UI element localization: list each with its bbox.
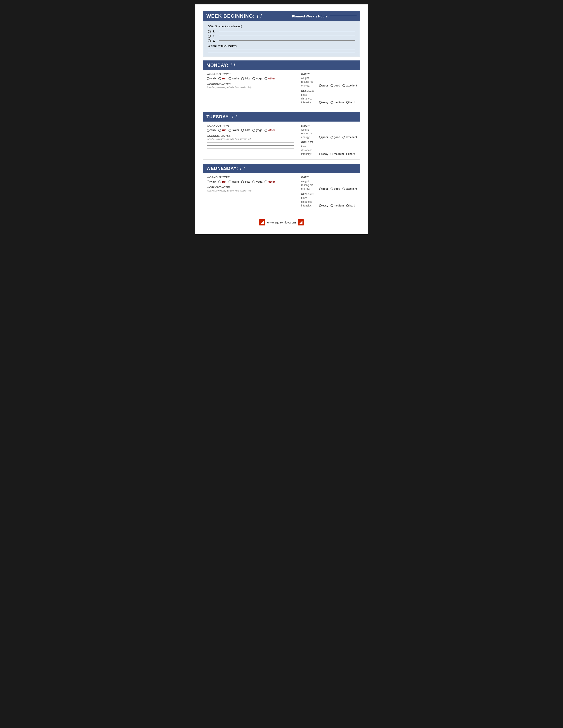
wednesday-yoga-label: yoga <box>256 180 262 183</box>
goal-circle-1[interactable] <box>208 30 211 33</box>
tuesday-other-circle[interactable] <box>264 129 267 132</box>
wednesday-type-walk[interactable]: walk <box>207 180 216 183</box>
monday-type-other[interactable]: other <box>264 77 275 80</box>
monday-intensity-easy[interactable]: easy <box>319 101 328 104</box>
monday-type-run[interactable]: run <box>218 77 226 80</box>
monday-type-walk[interactable]: walk <box>207 77 216 80</box>
goal-circle-2[interactable] <box>208 35 211 38</box>
wednesday-energy-options: poor good excellent <box>319 187 357 190</box>
tuesday-notes-label: WORKOUT NOTES: <box>207 134 294 137</box>
tuesday-walk-circle[interactable] <box>207 129 209 132</box>
wednesday-energy-good-circle[interactable] <box>331 188 333 190</box>
wednesday-type-yoga[interactable]: yoga <box>252 180 262 183</box>
wednesday-energy-poor[interactable]: poor <box>319 187 328 190</box>
tuesday-energy-poor-circle[interactable] <box>319 136 322 139</box>
wednesday-energy-excellent-circle[interactable] <box>343 188 345 190</box>
monday-left: WORKOUT TYPE: walk run swim <box>203 70 298 108</box>
tuesday-type-yoga[interactable]: yoga <box>252 129 262 132</box>
monday-intensity-medium-label: medium <box>334 101 344 104</box>
monday-energy-excellent-circle[interactable] <box>343 84 345 87</box>
monday-type-swim[interactable]: swim <box>228 77 239 80</box>
wednesday-type-other[interactable]: other <box>264 180 275 183</box>
tuesday-yoga-label: yoga <box>256 129 262 132</box>
wednesday-intensity-medium[interactable]: medium <box>331 204 344 207</box>
monday-walk-circle[interactable] <box>207 77 209 80</box>
tuesday-intensity-easy-circle[interactable] <box>319 153 322 155</box>
tuesday-intensity-hard-circle[interactable] <box>346 153 349 155</box>
wednesday-energy-good[interactable]: good <box>331 187 340 190</box>
monday-intensity-hard-circle[interactable] <box>346 101 349 104</box>
wednesday-walk-circle[interactable] <box>207 180 209 183</box>
wednesday-intensity-medium-label: medium <box>334 204 344 207</box>
monday-run-circle[interactable] <box>218 77 221 80</box>
wednesday-intensity-easy-circle[interactable] <box>319 204 322 207</box>
week-header: WEEK BEGINNING: / / Planned Weekly Hours… <box>203 11 360 21</box>
tuesday-intensity-medium-circle[interactable] <box>331 153 333 155</box>
monday-swim-circle[interactable] <box>228 77 231 80</box>
tuesday-run-circle[interactable] <box>218 129 221 132</box>
tuesday-left: WORKOUT TYPE: walk run swim <box>203 122 298 159</box>
monday-energy-poor-circle[interactable] <box>319 84 322 87</box>
wednesday-run-circle[interactable] <box>218 180 221 183</box>
monday-intensity-medium[interactable]: medium <box>331 101 344 104</box>
wednesday-header: WEDNESDAY: / / <box>203 164 360 173</box>
monday-intensity-hard[interactable]: hard <box>346 101 355 104</box>
monday-content: WORKOUT TYPE: walk run swim <box>203 70 360 108</box>
wednesday-resting-hr-label: resting hr: <box>301 184 318 187</box>
tuesday-bike-circle[interactable] <box>241 129 244 132</box>
monday-yoga-circle[interactable] <box>252 77 255 80</box>
monday-intensity-easy-circle[interactable] <box>319 101 322 104</box>
wednesday-yoga-circle[interactable] <box>252 180 255 183</box>
tuesday-intensity-hard[interactable]: hard <box>346 152 355 156</box>
monday-type-bike[interactable]: bike <box>241 77 250 80</box>
tuesday-daily-label: DAILY: <box>301 124 356 127</box>
monday-energy-excellent[interactable]: excellent <box>343 84 357 87</box>
monday-notes-sub: (weather, soreness, attitude, how sessio… <box>207 86 294 89</box>
wednesday-other-circle[interactable] <box>264 180 267 183</box>
tuesday-intensity-medium[interactable]: medium <box>331 152 344 156</box>
tuesday-swim-circle[interactable] <box>228 129 231 132</box>
wednesday-energy-poor-circle[interactable] <box>319 188 322 190</box>
monday-slash-1: / <box>230 63 231 68</box>
wednesday-swim-circle[interactable] <box>228 180 231 183</box>
goal-circle-3[interactable] <box>208 39 211 42</box>
monday-other-circle[interactable] <box>264 77 267 80</box>
monday-intensity-medium-circle[interactable] <box>331 101 333 104</box>
wednesday-intensity-easy[interactable]: easy <box>319 204 328 207</box>
tuesday-intensity-easy[interactable]: easy <box>319 152 328 156</box>
tuesday-yoga-circle[interactable] <box>252 129 255 132</box>
wednesday-energy-excellent[interactable]: excellent <box>343 187 357 190</box>
weekly-thoughts-title: WEEKLY THOUGHTS: <box>208 45 355 48</box>
tuesday-energy-excellent-circle[interactable] <box>343 136 345 139</box>
tuesday-type-bike[interactable]: bike <box>241 129 250 132</box>
monday-type-yoga[interactable]: yoga <box>252 77 262 80</box>
wednesday-resting-hr-row: resting hr: <box>301 184 356 187</box>
wednesday-section: WEDNESDAY: / / WORKOUT TYPE: walk run <box>203 164 360 211</box>
monday-notes-lines <box>207 91 294 97</box>
wednesday-intensity-medium-circle[interactable] <box>331 204 333 207</box>
wednesday-bike-circle[interactable] <box>241 180 244 183</box>
wednesday-type-bike[interactable]: bike <box>241 180 250 183</box>
wednesday-intensity-hard-circle[interactable] <box>346 204 349 207</box>
monday-bike-circle[interactable] <box>241 77 244 80</box>
tuesday-type-other[interactable]: other <box>264 129 275 132</box>
tuesday-energy-good-circle[interactable] <box>331 136 333 139</box>
tuesday-type-swim[interactable]: swim <box>228 129 239 132</box>
wednesday-type-swim[interactable]: swim <box>228 180 239 183</box>
tuesday-energy-poor[interactable]: poor <box>319 136 328 139</box>
monday-swim-label: swim <box>232 77 239 80</box>
tuesday-type-run[interactable]: run <box>218 129 226 132</box>
wednesday-time-row: time: <box>301 197 356 200</box>
wednesday-type-run[interactable]: run <box>218 180 226 183</box>
week-beginning-title: WEEK BEGINNING: <box>206 13 255 19</box>
monday-weight-label: weight: <box>301 77 318 80</box>
monday-energy-poor[interactable]: poor <box>319 84 328 87</box>
tuesday-type-walk[interactable]: walk <box>207 129 216 132</box>
monday-energy-good-circle[interactable] <box>331 84 333 87</box>
monday-energy-good[interactable]: good <box>331 84 340 87</box>
tuesday-intensity-row: intensity: easy medium hard <box>301 152 356 156</box>
tuesday-energy-good[interactable]: good <box>331 136 340 139</box>
wednesday-intensity-hard[interactable]: hard <box>346 204 355 207</box>
tuesday-energy-excellent[interactable]: excellent <box>343 136 357 139</box>
tuesday-slash-2: / <box>235 114 237 119</box>
